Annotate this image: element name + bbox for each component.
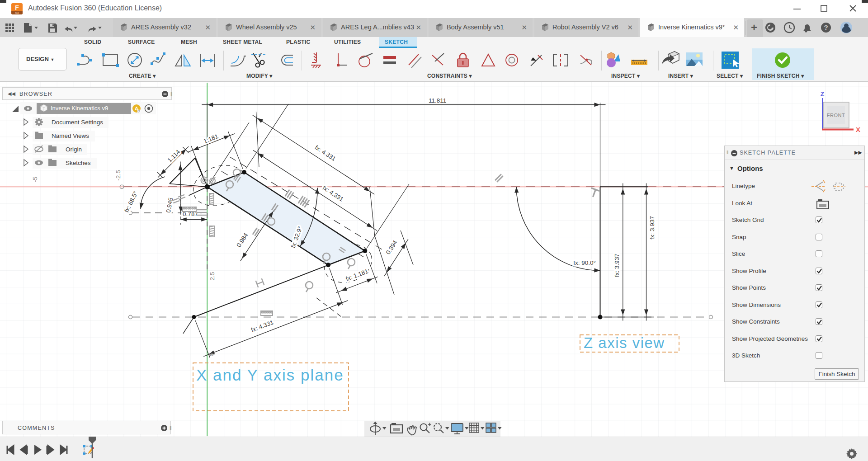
svg-text:F: F <box>15 4 19 11</box>
svg-text:X: X <box>856 126 860 133</box>
svg-text:Z axis view: Z axis view <box>584 334 665 351</box>
svg-text:X and Y axis plane: X and Y axis plane <box>196 366 344 384</box>
svg-text:Origin: Origin <box>66 146 82 153</box>
svg-text:‖: ‖ <box>170 425 172 431</box>
svg-text:2.5: 2.5 <box>209 272 216 281</box>
svg-text:‖: ‖ <box>170 91 173 97</box>
svg-text:11.811: 11.811 <box>429 97 446 104</box>
svg-text:fx: 3.937: fx: 3.937 <box>613 254 620 277</box>
svg-text:Sketches: Sketches <box>66 160 91 166</box>
svg-text:Named Views: Named Views <box>52 132 89 139</box>
svg-text:fx: 3.937: fx: 3.937 <box>649 216 656 240</box>
svg-text:Z: Z <box>821 90 825 98</box>
svg-text:-2.5: -2.5 <box>115 170 122 180</box>
svg-text:5: 5 <box>208 353 215 356</box>
svg-text:?: ? <box>824 24 828 31</box>
svg-text:Inverse Kinematics v9: Inverse Kinematics v9 <box>51 105 108 112</box>
svg-text:fx: 90.0°: fx: 90.0° <box>573 259 596 266</box>
svg-text:360: 360 <box>15 12 19 14</box>
svg-text:FRONT: FRONT <box>827 113 845 118</box>
svg-text:Document Settings: Document Settings <box>52 119 103 126</box>
svg-text:-5: -5 <box>32 177 38 182</box>
